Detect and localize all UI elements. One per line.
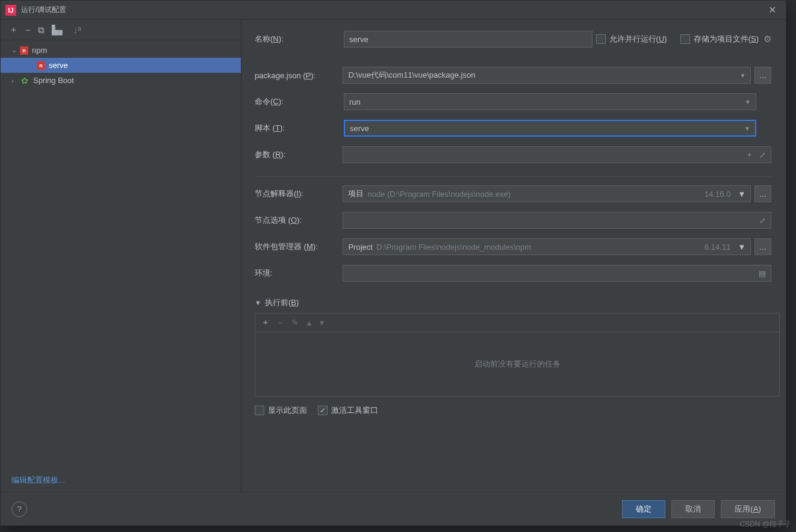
config-tree: ⌄ n npm n serve › ✿ Spring Boot xyxy=(1,40,241,469)
store-project-checkbox[interactable]: 存储为项目文件(S) xyxy=(680,34,759,45)
pkgmgr-path: D:\Program Files\nodejs\node_modules\npm xyxy=(376,243,701,252)
watermark: CSDN @段子子 xyxy=(739,519,791,530)
down-icon[interactable]: ▾ xyxy=(320,318,324,327)
script-select[interactable]: serve ▼ xyxy=(344,120,756,137)
checkbox-icon xyxy=(255,406,264,415)
sidebar-toolbar: ＋ − ⧉ ▙▖ ↓ª xyxy=(1,20,241,40)
chevron-down-icon: ▼ xyxy=(738,243,745,252)
copy-icon[interactable]: ⧉ xyxy=(38,25,45,36)
chevron-down-icon: ▼ xyxy=(738,190,745,199)
run-debug-config-dialog: IJ 运行/调试配置 ✕ ＋ − ⧉ ▙▖ ↓ª ⌄ n npm n serve xyxy=(0,0,786,526)
checkbox-label: 允许并行运行(U) xyxy=(609,34,667,45)
empty-text: 启动前没有要运行的任务 xyxy=(474,359,561,370)
browse-button[interactable]: … xyxy=(754,185,771,202)
add-icon[interactable]: ＋ xyxy=(261,317,270,328)
chevron-down-icon: ▼ xyxy=(255,299,261,306)
list-icon[interactable]: ▤ xyxy=(759,269,766,278)
tree-item-npm[interactable]: ⌄ n npm xyxy=(1,43,241,58)
plus-icon[interactable]: ＋ xyxy=(745,149,753,160)
node-interpreter-select[interactable]: 项目 node (D:\Program Files\nodejs\node.ex… xyxy=(343,185,751,202)
expand-icon[interactable]: ⤢ xyxy=(759,216,766,225)
dialog-title: 运行/调试配置 xyxy=(21,5,763,15)
expand-icon[interactable]: ⤢ xyxy=(759,150,766,159)
spring-icon: ✿ xyxy=(20,76,30,85)
pkgmgr-project: Project xyxy=(348,243,372,252)
edit-icon[interactable]: ✎ xyxy=(291,318,299,327)
checkbox-icon xyxy=(318,406,328,415)
titlebar: IJ 运行/调试配置 ✕ xyxy=(1,1,786,20)
chevron-right-icon: › xyxy=(11,77,20,84)
args-input[interactable]: ＋ ⤢ xyxy=(343,146,771,163)
main-area: ＋ − ⧉ ▙▖ ↓ª ⌄ n npm n serve › ✿ xyxy=(1,20,786,492)
add-icon[interactable]: ＋ xyxy=(9,24,18,36)
interp-version: 14.16.0 xyxy=(704,190,730,199)
config-form: 名称(N): 允许并行运行(U) 存储为项目文件(S) ⚙ package.js… xyxy=(241,20,786,492)
config-sidebar: ＋ − ⧉ ▙▖ ↓ª ⌄ n npm n serve › ✿ xyxy=(1,20,241,492)
checkbox-label: 激活工具窗口 xyxy=(331,405,378,416)
before-run-title: 执行前(B) xyxy=(265,297,299,308)
command-label: 命令(C): xyxy=(255,96,344,107)
tree-item-serve[interactable]: n serve xyxy=(1,58,241,73)
package-json-select[interactable]: D:\vue代码\com11\vue\package.json ▼ xyxy=(343,67,751,84)
interp-path: node (D:\Program Files\nodejs\node.exe) xyxy=(367,190,701,199)
node-opts-input[interactable]: ⤢ xyxy=(343,212,771,229)
browse-button[interactable]: … xyxy=(754,238,771,255)
remove-icon[interactable]: − xyxy=(25,25,31,35)
app-logo: IJ xyxy=(5,5,16,16)
npm-icon: n xyxy=(20,46,28,55)
select-value: run xyxy=(349,97,361,107)
gear-icon[interactable]: ⚙ xyxy=(763,34,771,45)
checkbox-label: 显示此页面 xyxy=(268,405,307,416)
checkbox-icon xyxy=(596,34,606,44)
activate-tool-checkbox[interactable]: 激活工具窗口 xyxy=(318,405,378,416)
checkbox-label: 存储为项目文件(S) xyxy=(694,34,759,45)
tree-label: serve xyxy=(49,61,68,70)
dialog-footer: ? 确定 取消 应用(A) xyxy=(1,492,786,525)
folder-icon[interactable]: ▙▖ xyxy=(52,25,66,36)
checkbox-icon xyxy=(680,34,690,44)
select-value: serve xyxy=(350,124,369,133)
before-run-section: ▼ 执行前(B) ＋ − ✎ ▴ ▾ 启动前没有要运行的任务 显示此页面 xyxy=(255,297,771,424)
sort-icon[interactable]: ↓ª xyxy=(73,25,81,35)
chevron-down-icon: ⌄ xyxy=(11,46,20,54)
node-opts-label: 节点选项 (O): xyxy=(255,215,343,226)
script-label: 脚本 (T): xyxy=(255,123,344,134)
pkg-manager-label: 软件包管理器 (M): xyxy=(255,241,343,252)
name-input[interactable] xyxy=(344,31,592,48)
chevron-down-icon: ▼ xyxy=(739,72,745,79)
env-label: 环境: xyxy=(255,268,343,279)
browse-button[interactable]: … xyxy=(754,67,771,84)
env-input[interactable]: ▤ xyxy=(343,265,771,282)
args-label: 参数 (R): xyxy=(255,149,343,160)
before-run-list: 启动前没有要运行的任务 xyxy=(255,332,780,397)
show-page-checkbox[interactable]: 显示此页面 xyxy=(255,405,307,416)
pkgmgr-version: 6.14.11 xyxy=(704,243,730,252)
interpreter-label: 节点解释器(I): xyxy=(255,188,343,199)
divider xyxy=(255,176,771,177)
npm-icon: n xyxy=(37,61,45,70)
tree-label: Spring Boot xyxy=(33,76,74,85)
apply-button[interactable]: 应用(A) xyxy=(721,500,775,518)
before-run-header[interactable]: ▼ 执行前(B) xyxy=(255,297,771,308)
edit-template-link[interactable]: 编辑配置模板... xyxy=(1,469,241,492)
tree-label: npm xyxy=(32,46,47,55)
interp-project: 项目 xyxy=(348,188,364,199)
remove-icon[interactable]: − xyxy=(278,318,283,327)
select-value: D:\vue代码\com11\vue\package.json xyxy=(348,70,475,81)
help-button[interactable]: ? xyxy=(11,501,27,517)
pkg-manager-select[interactable]: Project D:\Program Files\nodejs\node_mod… xyxy=(343,238,751,255)
allow-parallel-checkbox[interactable]: 允许并行运行(U) xyxy=(596,34,667,45)
up-icon[interactable]: ▴ xyxy=(307,318,311,327)
package-json-label: package.json (P): xyxy=(255,71,343,80)
before-run-toolbar: ＋ − ✎ ▴ ▾ xyxy=(255,313,780,332)
chevron-down-icon: ▼ xyxy=(745,99,751,105)
ok-button[interactable]: 确定 xyxy=(622,500,665,518)
close-icon[interactable]: ✕ xyxy=(763,2,781,18)
tree-item-spring-boot[interactable]: › ✿ Spring Boot xyxy=(1,73,241,88)
chevron-down-icon: ▼ xyxy=(744,125,750,132)
command-select[interactable]: run ▼ xyxy=(344,93,756,110)
name-label: 名称(N): xyxy=(255,34,344,45)
cancel-button[interactable]: 取消 xyxy=(671,500,715,518)
